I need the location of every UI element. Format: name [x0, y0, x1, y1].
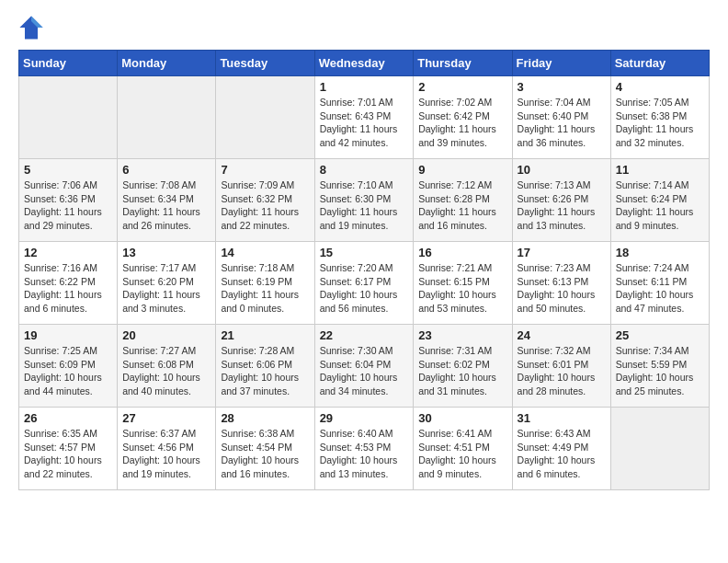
calendar-cell	[19, 76, 118, 159]
day-number: 18	[616, 246, 704, 259]
day-info: Sunrise: 6:38 AMSunset: 4:54 PMDaylight:…	[221, 427, 309, 481]
day-info: Sunrise: 6:43 AMSunset: 4:49 PMDaylight:…	[518, 427, 606, 481]
calendar-week-row: 26Sunrise: 6:35 AMSunset: 4:57 PMDayligh…	[19, 408, 710, 490]
day-info: Sunrise: 7:01 AMSunset: 6:43 PMDaylight:…	[320, 96, 409, 150]
calendar-cell: 30Sunrise: 6:41 AMSunset: 4:51 PMDayligh…	[414, 408, 512, 490]
calendar-cell: 22Sunrise: 7:30 AMSunset: 6:04 PMDayligh…	[314, 325, 414, 408]
calendar-cell	[118, 76, 216, 159]
calendar-cell: 29Sunrise: 6:40 AMSunset: 4:53 PMDayligh…	[314, 408, 414, 490]
day-info: Sunrise: 6:41 AMSunset: 4:51 PMDaylight:…	[418, 427, 506, 481]
calendar-cell: 24Sunrise: 7:32 AMSunset: 6:01 PMDayligh…	[512, 325, 610, 408]
day-info: Sunrise: 7:25 AMSunset: 6:09 PMDaylight:…	[24, 344, 112, 398]
day-number: 27	[122, 411, 210, 425]
calendar-table: SundayMondayTuesdayWednesdayThursdayFrid…	[18, 50, 710, 490]
day-number: 20	[122, 328, 210, 342]
calendar-week-row: 5Sunrise: 7:06 AMSunset: 6:36 PMDaylight…	[19, 159, 710, 242]
day-number: 2	[418, 80, 506, 94]
day-info: Sunrise: 7:06 AMSunset: 6:36 PMDaylight:…	[24, 178, 112, 233]
calendar-header-row: SundayMondayTuesdayWednesdayThursdayFrid…	[19, 51, 710, 76]
day-number: 4	[616, 80, 704, 94]
day-number: 19	[24, 328, 112, 342]
day-number: 24	[518, 328, 606, 342]
day-info: Sunrise: 7:02 AMSunset: 6:42 PMDaylight:…	[418, 96, 506, 150]
weekday-header: Saturday	[610, 51, 709, 76]
calendar-cell: 27Sunrise: 6:37 AMSunset: 4:56 PMDayligh…	[118, 408, 216, 490]
day-info: Sunrise: 6:40 AMSunset: 4:53 PMDaylight:…	[320, 427, 409, 481]
weekday-header: Friday	[512, 51, 610, 76]
weekday-header: Wednesday	[314, 51, 414, 76]
page: SundayMondayTuesdayWednesdayThursdayFrid…	[0, 0, 728, 509]
day-info: Sunrise: 6:35 AMSunset: 4:57 PMDaylight:…	[24, 427, 112, 481]
calendar-cell: 8Sunrise: 7:10 AMSunset: 6:30 PMDaylight…	[314, 159, 414, 242]
calendar-cell: 25Sunrise: 7:34 AMSunset: 5:59 PMDayligh…	[610, 325, 709, 408]
day-number: 8	[320, 163, 409, 177]
day-number: 14	[221, 246, 309, 259]
day-info: Sunrise: 7:21 AMSunset: 6:15 PMDaylight:…	[418, 261, 506, 316]
day-number: 15	[320, 246, 409, 259]
day-info: Sunrise: 7:05 AMSunset: 6:38 PMDaylight:…	[616, 96, 704, 150]
calendar-week-row: 19Sunrise: 7:25 AMSunset: 6:09 PMDayligh…	[19, 325, 710, 408]
day-number: 25	[616, 328, 704, 342]
header	[18, 15, 710, 40]
day-info: Sunrise: 7:23 AMSunset: 6:13 PMDaylight:…	[518, 261, 606, 316]
day-info: Sunrise: 7:28 AMSunset: 6:06 PMDaylight:…	[221, 344, 309, 398]
calendar-cell: 31Sunrise: 6:43 AMSunset: 4:49 PMDayligh…	[512, 408, 610, 490]
calendar-cell: 3Sunrise: 7:04 AMSunset: 6:40 PMDaylight…	[512, 76, 610, 159]
calendar-cell: 1Sunrise: 7:01 AMSunset: 6:43 PMDaylight…	[314, 76, 414, 159]
day-number: 6	[122, 163, 210, 177]
calendar-cell	[610, 408, 709, 490]
calendar-cell: 14Sunrise: 7:18 AMSunset: 6:19 PMDayligh…	[216, 242, 314, 325]
calendar-cell: 9Sunrise: 7:12 AMSunset: 6:28 PMDaylight…	[414, 159, 512, 242]
day-info: Sunrise: 7:20 AMSunset: 6:17 PMDaylight:…	[320, 261, 409, 316]
day-number: 17	[518, 246, 606, 259]
logo	[18, 15, 46, 40]
calendar-cell: 11Sunrise: 7:14 AMSunset: 6:24 PMDayligh…	[610, 159, 709, 242]
day-info: Sunrise: 6:37 AMSunset: 4:56 PMDaylight:…	[122, 427, 210, 481]
day-info: Sunrise: 7:32 AMSunset: 6:01 PMDaylight:…	[518, 344, 606, 398]
day-info: Sunrise: 7:34 AMSunset: 5:59 PMDaylight:…	[616, 344, 704, 398]
weekday-header: Tuesday	[216, 51, 314, 76]
day-info: Sunrise: 7:24 AMSunset: 6:11 PMDaylight:…	[616, 261, 704, 316]
day-info: Sunrise: 7:17 AMSunset: 6:20 PMDaylight:…	[122, 261, 210, 316]
day-info: Sunrise: 7:27 AMSunset: 6:08 PMDaylight:…	[122, 344, 210, 398]
day-number: 12	[24, 246, 112, 259]
calendar-cell: 15Sunrise: 7:20 AMSunset: 6:17 PMDayligh…	[314, 242, 414, 325]
calendar-cell: 2Sunrise: 7:02 AMSunset: 6:42 PMDaylight…	[414, 76, 512, 159]
day-number: 26	[24, 411, 112, 425]
day-number: 29	[320, 411, 409, 425]
calendar-cell: 19Sunrise: 7:25 AMSunset: 6:09 PMDayligh…	[19, 325, 118, 408]
day-info: Sunrise: 7:16 AMSunset: 6:22 PMDaylight:…	[24, 261, 112, 316]
calendar-cell: 17Sunrise: 7:23 AMSunset: 6:13 PMDayligh…	[512, 242, 610, 325]
logo-icon	[18, 15, 44, 40]
calendar-cell: 12Sunrise: 7:16 AMSunset: 6:22 PMDayligh…	[19, 242, 118, 325]
day-number: 22	[320, 328, 409, 342]
day-number: 23	[418, 328, 506, 342]
day-info: Sunrise: 7:08 AMSunset: 6:34 PMDaylight:…	[122, 178, 210, 233]
day-number: 16	[418, 246, 506, 259]
day-number: 11	[616, 163, 704, 177]
day-number: 31	[518, 411, 606, 425]
calendar-cell: 4Sunrise: 7:05 AMSunset: 6:38 PMDaylight…	[610, 76, 709, 159]
day-info: Sunrise: 7:31 AMSunset: 6:02 PMDaylight:…	[418, 344, 506, 398]
day-info: Sunrise: 7:14 AMSunset: 6:24 PMDaylight:…	[616, 178, 704, 233]
calendar-cell: 23Sunrise: 7:31 AMSunset: 6:02 PMDayligh…	[414, 325, 512, 408]
weekday-header: Monday	[118, 51, 216, 76]
calendar-cell: 5Sunrise: 7:06 AMSunset: 6:36 PMDaylight…	[19, 159, 118, 242]
calendar-cell: 20Sunrise: 7:27 AMSunset: 6:08 PMDayligh…	[118, 325, 216, 408]
calendar-cell: 10Sunrise: 7:13 AMSunset: 6:26 PMDayligh…	[512, 159, 610, 242]
day-number: 7	[221, 163, 309, 177]
day-number: 1	[320, 80, 409, 94]
calendar-cell	[216, 76, 314, 159]
weekday-header: Thursday	[414, 51, 512, 76]
day-number: 13	[122, 246, 210, 259]
calendar-cell: 18Sunrise: 7:24 AMSunset: 6:11 PMDayligh…	[610, 242, 709, 325]
day-number: 9	[418, 163, 506, 177]
calendar-week-row: 12Sunrise: 7:16 AMSunset: 6:22 PMDayligh…	[19, 242, 710, 325]
day-info: Sunrise: 7:18 AMSunset: 6:19 PMDaylight:…	[221, 261, 309, 316]
day-number: 10	[518, 163, 606, 177]
weekday-header: Sunday	[19, 51, 118, 76]
day-number: 30	[418, 411, 506, 425]
calendar-cell: 21Sunrise: 7:28 AMSunset: 6:06 PMDayligh…	[216, 325, 314, 408]
day-info: Sunrise: 7:10 AMSunset: 6:30 PMDaylight:…	[320, 178, 409, 233]
day-number: 28	[221, 411, 309, 425]
